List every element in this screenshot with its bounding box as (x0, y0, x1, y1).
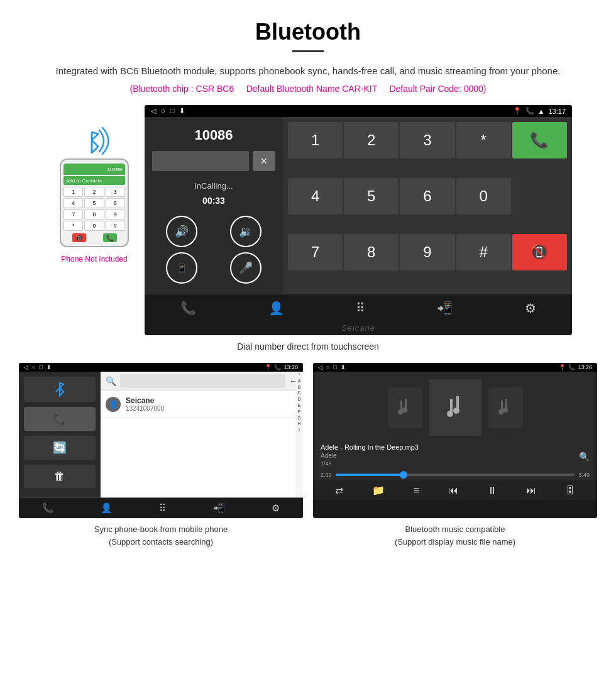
dial-key-star[interactable]: * (456, 122, 511, 158)
nav-phone-icon[interactable]: 📞 (180, 301, 196, 316)
pb-nav-settings[interactable]: ⚙ (272, 503, 280, 514)
volume-down-button[interactable]: 🔉 (230, 216, 261, 247)
dial-left-panel: 10086 ✕ InCalling... 00:33 🔊 🔉 📱 🎤 (145, 117, 283, 294)
music-search-icon[interactable]: 🔍 (579, 452, 590, 462)
call-number: 10086 (152, 127, 275, 143)
alpha-c[interactable]: C (295, 390, 303, 396)
phonebook-screen-wrap: ◁ ○ □ ⬇ 📍 📞 13:20 (19, 363, 303, 548)
dial-key-7[interactable]: 7 (288, 234, 343, 270)
dial-key-8[interactable]: 8 (344, 234, 399, 270)
pb-statusbar-right: 📍 📞 13:20 (265, 364, 298, 370)
dial-key-0[interactable]: 0 (456, 178, 511, 214)
next-button[interactable]: ⏭ (526, 485, 536, 496)
shuffle-button[interactable]: ⇄ (335, 484, 343, 496)
play-pause-button[interactable]: ⏸ (487, 485, 497, 496)
svg-rect-4 (400, 401, 402, 412)
dial-key-hash[interactable]: # (456, 234, 511, 270)
dial-keypad: 1 2 3 * 📞 4 5 6 0 7 8 9 # 📵 (283, 117, 572, 294)
dial-key-6[interactable]: 6 (400, 178, 454, 214)
volume-up-button[interactable]: 🔊 (166, 216, 197, 247)
dial-key-3[interactable]: 3 (400, 122, 454, 158)
music-progress-bar[interactable] (336, 474, 575, 476)
music-time-total: 3:49 (578, 472, 590, 478)
alpha-h[interactable]: H (295, 421, 303, 427)
pb-nav-transfer[interactable]: 📲 (213, 503, 225, 514)
music-controls: ⇄ 📁 ≡ ⏮ ⏸ ⏭ 🎛 (313, 480, 597, 500)
pb-nav-contacts[interactable]: 👤 (101, 503, 113, 514)
call-duration: 00:33 (152, 196, 275, 206)
end-call-button[interactable]: 📵 (512, 234, 567, 270)
alpha-d[interactable]: D (295, 396, 303, 403)
bottom-screens-row: ◁ ○ □ ⬇ 📍 📞 13:20 (0, 363, 616, 548)
nav-settings-icon[interactable]: ⚙ (525, 301, 536, 316)
phone-sidebar-btn[interactable]: 📞 (24, 407, 96, 431)
status-time: 13:17 (548, 108, 566, 115)
music-time: 13:26 (578, 364, 592, 370)
dial-key-1[interactable]: 1 (288, 122, 343, 158)
dial-key-9[interactable]: 9 (400, 234, 454, 270)
playlist-button[interactable]: ≡ (414, 485, 419, 496)
dial-nav-bar: 📞 👤 ⠿ 📲 ⚙ (145, 294, 572, 322)
phone-mockup: MORE Add to Contacts 1 2 3 4 5 6 7 8 9 *… (60, 158, 129, 247)
phonebook-car-screen: ◁ ○ □ ⬇ 📍 📞 13:20 (19, 363, 303, 518)
call-status: InCalling... (152, 181, 275, 191)
contact-number: 13241007000 (126, 405, 293, 412)
pb-search-input[interactable] (120, 374, 285, 388)
alpha-e[interactable]: E (295, 403, 303, 409)
music-caption-line2: (Support display music file name) (395, 537, 515, 547)
music-statusbar: ◁ ○ □ ⬇ 📍 📞 13:26 (313, 363, 597, 372)
alpha-i[interactable]: I (295, 427, 303, 433)
music-recents-icon: □ (333, 364, 336, 370)
mute-button[interactable]: 🎤 (230, 252, 261, 284)
music-time-current: 2:02 (321, 472, 332, 478)
dial-key-4[interactable]: 4 (288, 178, 343, 214)
spec-name: Default Bluetooth Name CAR-KIT (246, 84, 377, 94)
music-artwork-row (313, 372, 597, 443)
alpha-b[interactable]: B (295, 384, 303, 391)
pb-nav-phone[interactable]: 📞 (42, 503, 54, 514)
folder-button[interactable]: 📁 (372, 484, 385, 496)
pb-caption-line1: Sync phone-book from mobile phone (94, 525, 228, 534)
alpha-f[interactable]: F (295, 409, 303, 415)
dial-key-5[interactable]: 5 (344, 178, 399, 214)
delete-sidebar-btn[interactable]: 🗑 (24, 465, 96, 488)
phone-mock-numpad: 1 2 3 4 5 6 7 8 9 * 0 # (63, 187, 125, 231)
nav-contacts-icon[interactable]: 👤 (268, 301, 284, 316)
statusbar-status-icons: 📍 📞 ▲ 13:17 (513, 107, 566, 115)
nav-dialpad-icon[interactable]: ⠿ (356, 301, 365, 316)
phonebook-main: 🔍 ← 👤 Seicane 13241007000 * (101, 372, 303, 497)
clear-button[interactable]: ✕ (253, 151, 275, 171)
alpha-star[interactable]: * (295, 372, 303, 378)
title-divider (292, 50, 324, 52)
transfer-button[interactable]: 📱 (166, 252, 197, 284)
back-icon: ◁ (151, 107, 156, 115)
music-home-icon: ○ (326, 364, 329, 370)
alpha-g[interactable]: G (295, 415, 303, 421)
dial-caption: Dial number direct from touchscreen (0, 342, 616, 352)
music-screen-wrap: ◁ ○ □ ⬇ 📍 📞 13:26 (313, 363, 597, 548)
pb-nav-dialpad[interactable]: ⠿ (159, 503, 166, 514)
music-statusbar-right: 📍 📞 13:26 (559, 364, 592, 370)
contact-info: Seicane 13241007000 (126, 396, 293, 412)
pb-back-icon: ◁ (24, 364, 28, 370)
alpha-a[interactable]: A (295, 378, 303, 384)
phonebook-search-bar: 🔍 ← (101, 372, 303, 391)
statusbar-nav-icons: ◁ ○ □ ⬇ (151, 107, 185, 115)
dial-car-screen: ◁ ○ □ ⬇ 📍 📞 ▲ 13:17 10086 ✕ InCallin (145, 105, 572, 335)
download-icon: ⬇ (179, 107, 185, 115)
music-progress-fill (336, 474, 407, 476)
phone-mock-top-bar: MORE (63, 164, 125, 175)
prev-button[interactable]: ⏮ (448, 485, 458, 496)
pb-contact-item[interactable]: 👤 Seicane 13241007000 (101, 391, 303, 418)
pb-recents-icon: □ (39, 364, 42, 370)
dial-content: 10086 ✕ InCalling... 00:33 🔊 🔉 📱 🎤 1 2 (145, 117, 572, 294)
sync-sidebar-btn[interactable]: 🔄 (24, 436, 96, 460)
equalizer-button[interactable]: 🎛 (565, 485, 575, 496)
phonebook-content: 📞 🔄 🗑 🔍 ← 👤 Seicane 1324 (19, 372, 303, 497)
numpad-key: 8 (84, 209, 104, 219)
nav-transfer-icon[interactable]: 📲 (437, 301, 453, 316)
dial-key-2[interactable]: 2 (344, 122, 399, 158)
answer-call-button[interactable]: 📞 (512, 122, 567, 158)
bluetooth-sidebar-btn[interactable] (24, 377, 96, 402)
music-title-row: Adele - Rolling In the Deep.mp3 Adele 1/… (313, 443, 597, 469)
